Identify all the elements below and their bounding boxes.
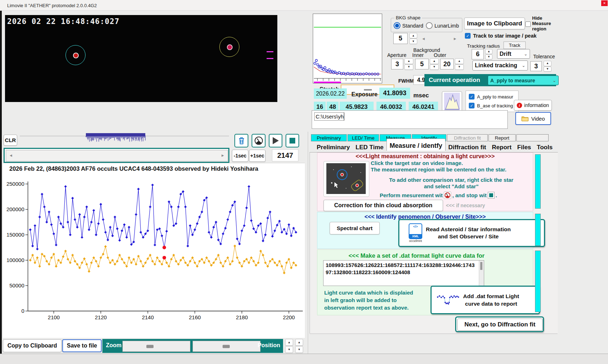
image-to-clipboard-button[interactable]: Image to Clipboard: [464, 18, 525, 29]
comparison-star[interactable]: [227, 44, 233, 50]
read-asteroid-button[interactable]: </> XML occelmnt Read Asteroid / Star in…: [398, 219, 545, 247]
frame-scrollbar[interactable]: ◄ ►: [4, 148, 229, 163]
tracking-radius-value[interactable]: 6: [472, 49, 484, 59]
minus-1sec-button[interactable]: -1sec: [232, 150, 248, 162]
tolerance-value[interactable]: 3: [530, 61, 542, 71]
instruction-line-2: The measurement region will be centered …: [371, 166, 506, 173]
tab-blank-small[interactable]: [516, 134, 549, 141]
tab-report[interactable]: Report: [489, 142, 515, 152]
position-slider[interactable]: [193, 341, 261, 352]
tab-led-time[interactable]: LED Time: [353, 142, 386, 152]
video-button[interactable]: Video: [515, 112, 551, 125]
spin-down-icon[interactable]: ▼: [409, 39, 417, 44]
spin-down-icon[interactable]: ▼: [544, 67, 551, 72]
play-button[interactable]: [269, 134, 282, 147]
bkg-lunarlimb-radio[interactable]: LunarLimb: [426, 22, 459, 29]
spin-down-icon[interactable]: ▼: [285, 346, 293, 353]
aperture-spinner[interactable]: ▲▼: [404, 58, 413, 70]
add-dat-button[interactable]: Add .dat format Lightcurve data to repor…: [431, 286, 540, 314]
scroll-right-icon[interactable]: ►: [221, 154, 225, 157]
spin-up-icon[interactable]: ▲: [430, 58, 439, 64]
tolerance-spinner[interactable]: ▲▼: [544, 61, 551, 72]
plus-1sec-button[interactable]: +1sec: [249, 150, 266, 162]
bkg-value[interactable]: 5: [393, 33, 408, 44]
clr-button[interactable]: CLR: [4, 135, 17, 146]
close-button[interactable]: ✕: [601, 0, 608, 6]
tab-preliminary-small[interactable]: Preliminary: [311, 134, 347, 141]
drift-dropdown[interactable]: Drift⌄: [497, 49, 530, 59]
target-star[interactable]: [73, 53, 79, 58]
tab-preliminary[interactable]: Preliminary: [314, 142, 353, 152]
scrollbar-section-2[interactable]: [535, 214, 541, 246]
stretch-slider-handle[interactable]: [364, 89, 372, 91]
scroll-left-icon[interactable]: ◄: [9, 154, 13, 157]
tab-measure-identify[interactable]: Measure / identfy: [386, 139, 446, 151]
frame-number-value[interactable]: 2147: [272, 149, 298, 161]
bkg-value-spinner[interactable]: ▲▼: [409, 33, 417, 44]
dat-text-area[interactable]: 108993:157626:126221:168572:111174:16328…: [323, 260, 484, 286]
tab-tools[interactable]: Tools: [534, 142, 555, 152]
measure-button[interactable]: [252, 134, 266, 147]
chart-spinner-1[interactable]: ▲▼: [285, 339, 293, 353]
video-path-field[interactable]: C:\Users\yh: [312, 110, 508, 129]
base-of-tracking-checkbox[interactable]: B_ase of tracking: [469, 103, 513, 108]
scrollbar-section-1[interactable]: [535, 154, 541, 209]
information-button[interactable]: i information: [514, 100, 552, 111]
tab-diffraction-fit[interactable]: Diffraction fit: [446, 142, 489, 152]
light-curve-chart[interactable]: 0500001000001500002000002500002100212021…: [3, 171, 305, 326]
delete-button[interactable]: [234, 134, 248, 147]
scroll-left-icon[interactable]: ◄: [422, 37, 425, 41]
scroll-right-icon[interactable]: ►: [453, 37, 457, 41]
copy-to-clipboard-button[interactable]: Copy to Clipboard: [3, 339, 62, 352]
psf-profile-button[interactable]: [442, 91, 462, 112]
spin-up-icon[interactable]: ▲: [455, 58, 464, 64]
spin-up-icon[interactable]: ▲: [485, 49, 492, 54]
track-to-star-checkbox[interactable]: Track to star image / peak: [465, 33, 536, 39]
linked-tracking-dropdown[interactable]: Linked tracking⌄: [472, 60, 528, 71]
tab-diffraction-fit-small[interactable]: Diffraction fit: [447, 134, 488, 141]
spin-up-icon[interactable]: ▲: [544, 61, 551, 66]
track-button[interactable]: Track: [504, 42, 526, 49]
inner-value[interactable]: 5: [415, 59, 429, 69]
video-frame[interactable]: 2026 02 22 16:48:46:027: [5, 15, 277, 102]
checkbox-checked-icon[interactable]: [469, 94, 475, 100]
checkbox-checked-icon[interactable]: [469, 103, 475, 108]
position-slider-handle[interactable]: [223, 345, 230, 348]
stop-button[interactable]: [286, 134, 299, 147]
spectral-chart-button[interactable]: Spectral chart: [330, 222, 380, 234]
outer-spinner[interactable]: ▲▼: [455, 58, 464, 70]
spin-down-icon[interactable]: ▼: [404, 64, 413, 70]
radio-unselected-icon[interactable]: [426, 22, 433, 29]
spin-down-icon[interactable]: ▼: [295, 346, 303, 353]
tab-files[interactable]: Files: [514, 142, 534, 152]
checkbox-checked-icon[interactable]: [465, 33, 471, 39]
linked-tracking-value: Linked tracking: [475, 62, 517, 69]
next-diffraction-button[interactable]: Next, go to Diffraction fit: [455, 316, 544, 332]
current-operation-dropdown[interactable]: A_pply to measure⌄: [488, 76, 559, 85]
correction-thin-cloud-button[interactable]: Correction for thin cloud absorption: [324, 200, 443, 211]
spin-down-icon[interactable]: ▼: [455, 64, 464, 70]
tab-led-time-small[interactable]: LED/ Time: [347, 134, 379, 141]
inner-spinner[interactable]: ▲▼: [430, 58, 439, 70]
spin-down-icon[interactable]: ▼: [485, 54, 492, 59]
spin-up-icon[interactable]: ▲: [409, 33, 417, 38]
hide-measure-checkbox[interactable]: [525, 21, 531, 27]
apply-base-group: A_pply to measur B_ase of tracking: [466, 91, 519, 112]
outer-value[interactable]: 20: [440, 59, 454, 69]
spin-up-icon[interactable]: ▲: [295, 339, 303, 346]
scrollbar-section-3[interactable]: [535, 251, 541, 312]
chart-spinner-2[interactable]: ▲▼: [295, 339, 303, 353]
zoom-slider[interactable]: [122, 341, 190, 352]
bkg-standard-radio[interactable]: Standard: [394, 22, 423, 29]
spin-up-icon[interactable]: ▲: [404, 58, 413, 64]
tracking-radius-spinner[interactable]: ▲▼: [485, 49, 492, 59]
radio-selected-icon[interactable]: [394, 22, 400, 29]
aperture-value[interactable]: 3: [391, 59, 403, 69]
tab-report-small[interactable]: Report: [488, 134, 516, 141]
dat-text-scrollbar[interactable]: [479, 261, 484, 286]
spin-down-icon[interactable]: ▼: [430, 64, 439, 70]
zoom-slider-handle[interactable]: [146, 345, 154, 348]
spin-up-icon[interactable]: ▲: [285, 339, 293, 346]
apply-to-measure-checkbox[interactable]: A_pply to measur: [469, 94, 513, 100]
save-to-file-button[interactable]: Save to file: [62, 339, 102, 352]
